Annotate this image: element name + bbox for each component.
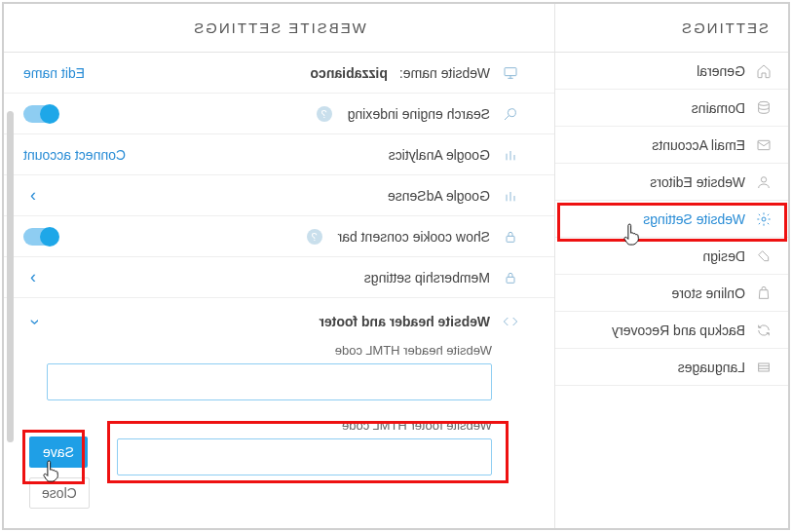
sidebar-item-design[interactable]: Design xyxy=(555,238,788,275)
sidebar-item-backup[interactable]: Backup and Recovery xyxy=(555,312,788,349)
chart-icon xyxy=(502,187,519,205)
header-footer-label: Website header and footer xyxy=(319,314,490,329)
svg-rect-1 xyxy=(758,140,770,149)
sidebar-item-store[interactable]: Online store xyxy=(555,275,788,312)
sidebar-item-languages[interactable]: Languages xyxy=(555,349,788,386)
cookie-toggle[interactable] xyxy=(23,228,58,246)
svg-rect-19 xyxy=(507,277,514,283)
sidebar-item-label: General xyxy=(697,63,745,79)
edit-name-link[interactable]: Edit name xyxy=(23,65,85,81)
sidebar-item-label: Backup and Recovery xyxy=(612,323,745,338)
svg-rect-4 xyxy=(759,363,770,371)
svg-point-2 xyxy=(761,176,766,181)
row-cookie-bar: Show cookie consent bar ? xyxy=(4,216,554,257)
sidebar-item-label: Languages xyxy=(678,360,745,375)
search-icon xyxy=(502,105,519,123)
row-header-footer[interactable]: Website header and footer › xyxy=(4,298,554,339)
scrollbar[interactable] xyxy=(7,111,14,442)
brush-icon xyxy=(755,247,773,265)
header-code-input[interactable] xyxy=(47,363,492,400)
chart-icon xyxy=(502,146,519,164)
code-icon xyxy=(502,313,519,330)
help-icon[interactable]: ? xyxy=(307,229,322,245)
sidebar-item-label: Domains xyxy=(692,100,745,116)
row-membership[interactable]: Membership settings › xyxy=(4,257,554,298)
bag-icon xyxy=(755,285,773,302)
home-icon xyxy=(755,62,773,80)
membership-label: Membership settings xyxy=(364,270,490,285)
row-website-name: Website name: pizzabianco Edit name xyxy=(4,53,554,94)
flag-icon xyxy=(755,359,773,376)
sidebar-item-label: Email Accounts xyxy=(652,137,745,153)
lock-icon xyxy=(502,228,519,246)
connect-account-link[interactable]: Connect account xyxy=(23,147,126,163)
save-button[interactable]: Save xyxy=(29,437,88,468)
website-name-value: pizzabianco xyxy=(311,65,388,81)
svg-point-0 xyxy=(759,101,770,105)
monitor-icon xyxy=(502,64,519,82)
main-title: WEBSITE SETTINGS xyxy=(4,4,554,53)
adsense-label: Google AdSense xyxy=(388,188,490,204)
mail-icon xyxy=(755,136,773,154)
chevron-down-icon: › xyxy=(23,312,44,331)
sidebar-item-domains[interactable]: Domains xyxy=(555,90,788,127)
sidebar-item-label: Online store xyxy=(672,285,745,301)
main-panel: WEBSITE SETTINGS Website name: pizzabian… xyxy=(4,4,554,528)
lock-icon xyxy=(502,269,519,286)
chevron-right-icon: › xyxy=(23,267,43,287)
sidebar-item-editors[interactable]: Website Editors xyxy=(555,164,788,201)
gear-icon xyxy=(755,210,773,228)
analytics-label: Google Analytics xyxy=(389,147,490,163)
sidebar-title: SETTINGS xyxy=(555,4,788,53)
footer-code-input[interactable] xyxy=(117,438,492,475)
sidebar-item-label: Website Editors xyxy=(650,174,745,190)
row-search-indexing: Search engine indexing ? xyxy=(4,94,554,134)
sidebar-item-general[interactable]: General xyxy=(555,53,788,90)
database-icon xyxy=(755,99,773,117)
row-analytics: Google Analytics Connect account xyxy=(4,134,554,175)
sidebar-item-label: Website Settings xyxy=(643,211,745,227)
row-adsense[interactable]: Google AdSense › xyxy=(4,175,554,216)
search-indexing-toggle[interactable] xyxy=(23,105,58,123)
sidebar-item-email[interactable]: Email Accounts xyxy=(555,127,788,164)
close-button[interactable]: Close xyxy=(29,477,90,509)
user-icon xyxy=(755,173,773,191)
sidebar-item-label: Design xyxy=(702,248,745,264)
search-indexing-label: Search engine indexing xyxy=(348,106,490,122)
header-code-label: Website header HTML code xyxy=(4,339,554,363)
chevron-right-icon: › xyxy=(23,185,43,206)
svg-point-10 xyxy=(508,108,515,116)
help-icon[interactable]: ? xyxy=(317,106,332,122)
settings-sidebar: SETTINGS General Domains Email Accounts … xyxy=(554,4,788,528)
website-name-label: Website name: xyxy=(399,65,490,81)
footer-code-label: Website footer HTML code xyxy=(4,414,554,438)
cookie-label: Show cookie consent bar xyxy=(338,229,490,245)
svg-point-3 xyxy=(762,217,766,221)
sidebar-item-website-settings[interactable]: Website Settings xyxy=(555,201,788,238)
svg-line-11 xyxy=(505,116,509,120)
svg-rect-18 xyxy=(507,236,514,242)
refresh-icon xyxy=(755,322,773,339)
svg-rect-7 xyxy=(505,67,516,75)
